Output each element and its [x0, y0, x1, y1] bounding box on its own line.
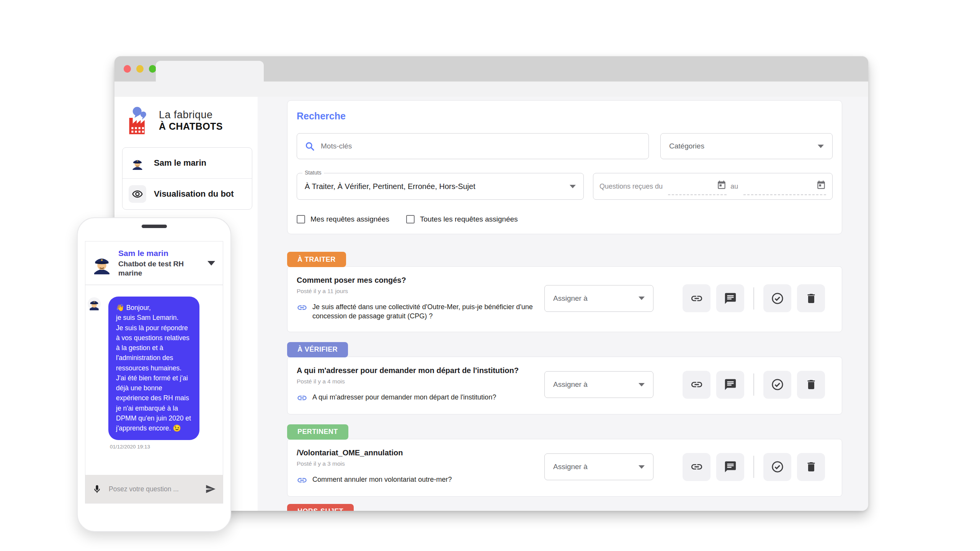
close-window-icon[interactable] [124, 65, 131, 73]
status-badge: À VÉRIFIER [287, 342, 348, 357]
categories-select[interactable]: Catégories [660, 133, 833, 159]
copy-link-button[interactable] [683, 371, 710, 399]
assign-to-label: Assigner à [553, 380, 588, 389]
sidebar-item-visualisation-du-bot[interactable]: Visualisation du bot [122, 178, 252, 209]
link-icon [690, 460, 703, 473]
chevron-down-icon [639, 465, 645, 469]
posted-date: Posté il y a 11 jours [297, 288, 538, 295]
search-icon [305, 141, 315, 152]
status-badge: À TRAITER [287, 252, 346, 267]
sailor-avatar [129, 154, 146, 172]
validate-button[interactable] [763, 371, 791, 399]
comment-button[interactable] [716, 371, 744, 399]
all-assigned-requests-checkbox[interactable]: Toutes les requêtes assignées [406, 215, 518, 223]
delete-button[interactable] [797, 371, 825, 399]
delete-button[interactable] [797, 284, 825, 312]
phone-mockup: Sam le marin Chatbot de test RH marine 👋… [77, 217, 231, 532]
sidebar-item-sam-le-marin[interactable]: Sam le marin [122, 148, 252, 178]
send-icon[interactable] [205, 484, 216, 494]
result-card: À TRAITER Comment poser mes congés? Post… [287, 266, 842, 332]
comment-button[interactable] [716, 284, 744, 312]
date-to-label: au [730, 183, 738, 191]
chevron-down-icon[interactable] [207, 261, 215, 266]
question-input-placeholder[interactable]: Posez votre question ... [109, 485, 198, 493]
message-timestamp: 01/12/2020 19:13 [110, 444, 199, 450]
linked-question-text[interactable]: A qui m'adresser pour demander mon dépar… [312, 393, 496, 402]
assign-to-label: Assigner à [553, 463, 588, 471]
comment-icon [724, 460, 737, 473]
browser-titlebar [114, 56, 868, 82]
assign-to-label: Assigner à [553, 294, 588, 303]
browser-toolbar [114, 82, 868, 97]
check-circle-icon [771, 378, 784, 391]
date-to-input[interactable] [742, 173, 826, 199]
result-card: PERTINENT /Volontariat_OME_annulation Po… [287, 439, 842, 497]
comment-icon [724, 292, 737, 305]
posted-date: Posté il y a 3 mois [297, 460, 538, 467]
copy-link-button[interactable] [683, 284, 710, 312]
link-icon[interactable] [297, 302, 307, 313]
sidebar-item-label: Visualisation du bot [154, 189, 234, 199]
actions-divider [753, 373, 754, 396]
phone-screen: Sam le marin Chatbot de test RH marine 👋… [85, 241, 223, 504]
microphone-icon[interactable] [92, 484, 102, 494]
phone-speaker [142, 225, 167, 228]
checkbox-label: Mes requêtes assignées [310, 215, 389, 223]
trash-icon [805, 292, 817, 305]
minimize-window-icon[interactable] [136, 65, 144, 73]
status-badge: HORS-SUJET [287, 504, 354, 511]
chevron-down-icon [818, 145, 824, 148]
statuts-field-label: Statuts [302, 170, 324, 176]
result-card: À VÉRIFIER A qui m'adresser pour demande… [287, 357, 842, 414]
date-range-field[interactable]: Questions reçues du au [593, 173, 833, 200]
keywords-input[interactable]: Mots-clés [297, 133, 649, 159]
main-area: Recherche Mots-clés Catégories [258, 97, 868, 511]
link-icon[interactable] [297, 393, 307, 403]
keywords-placeholder: Mots-clés [321, 142, 352, 150]
question-title: A qui m'adresser pour demander mon dépar… [297, 366, 538, 375]
factory-chatbot-logo-icon [125, 106, 154, 135]
sailor-avatar [88, 297, 101, 310]
search-panel-title: Recherche [297, 111, 833, 122]
linked-question-text[interactable]: Je suis affecté dans une collectivité d'… [312, 302, 536, 321]
link-icon [690, 378, 703, 391]
comment-icon [724, 378, 737, 391]
trash-icon [805, 461, 817, 473]
statuts-value: À Traiter, À Vérifier, Pertinent, Erroné… [305, 182, 475, 191]
chevron-down-icon [570, 185, 576, 188]
comment-button[interactable] [716, 453, 744, 481]
copy-link-button[interactable] [683, 453, 710, 481]
check-circle-icon [771, 460, 784, 473]
maximize-window-icon[interactable] [149, 65, 156, 73]
question-input-bar[interactable]: Posez votre question ... [85, 475, 223, 503]
delete-button[interactable] [797, 453, 825, 481]
assign-to-select[interactable]: Assigner à [544, 453, 653, 480]
date-from-input[interactable] [666, 173, 727, 199]
chevron-down-icon [639, 297, 645, 300]
actions-divider [753, 456, 754, 478]
bot-subtitle: Chatbot de test RH marine [118, 259, 202, 278]
validate-button[interactable] [763, 284, 791, 312]
checkbox-label: Toutes les requêtes assignées [420, 215, 518, 223]
validate-button[interactable] [763, 453, 791, 481]
checkbox-icon[interactable] [297, 215, 305, 223]
browser-tab[interactable] [156, 61, 264, 82]
my-assigned-requests-checkbox[interactable]: Mes requêtes assignées [297, 215, 389, 223]
calendar-icon[interactable] [816, 180, 826, 190]
link-icon [690, 292, 703, 305]
sailor-avatar [91, 252, 113, 274]
date-to-underline [743, 194, 826, 195]
actions-divider [753, 287, 754, 310]
chat-area: 👋 Bonjour, je suis Sam Lemarin. Je suis … [85, 285, 223, 475]
link-icon[interactable] [297, 475, 307, 486]
assign-to-select[interactable]: Assigner à [544, 285, 653, 312]
posted-date: Posté il y a 4 mois [297, 378, 538, 385]
checkbox-icon[interactable] [406, 215, 415, 223]
app-logo: La fabrique À CHATBOTS [122, 106, 252, 135]
search-panel: Recherche Mots-clés Catégories [287, 100, 842, 234]
assign-to-select[interactable]: Assigner à [544, 371, 653, 398]
statuts-select[interactable]: Statuts À Traiter, À Vérifier, Pertinent… [297, 173, 584, 200]
calendar-icon[interactable] [717, 180, 727, 190]
status-badge: PERTINENT [287, 424, 348, 440]
linked-question-text[interactable]: Comment annuler mon volontariat outre-me… [312, 475, 452, 484]
